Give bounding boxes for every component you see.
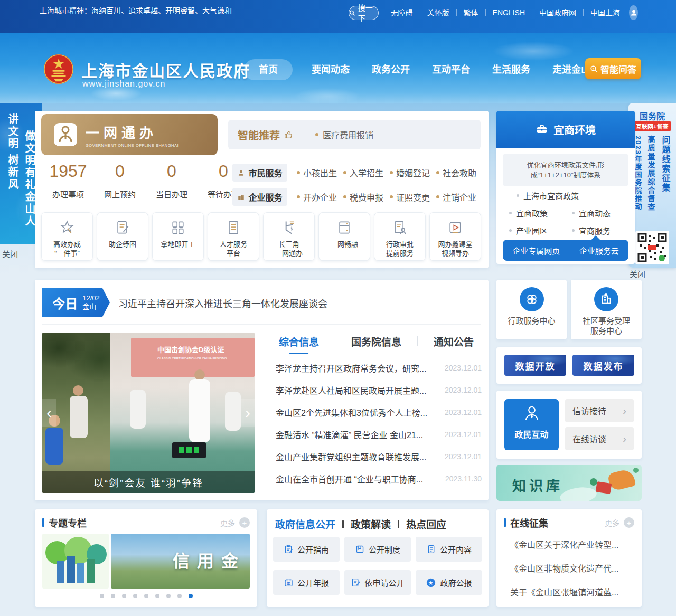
petition-reception-button[interactable]: 信访接待›: [565, 399, 634, 422]
disclosure-content-button[interactable]: 公开内容: [416, 537, 482, 562]
citizen-service-button[interactable]: 市民服务: [232, 164, 287, 182]
pagination-dot[interactable]: [166, 594, 171, 598]
top-utility-bar: 上海城市精神：海纳百川、追求卓越、开明睿智、大气谦和 搜一下 无障碍 关怀版 繁…: [0, 0, 676, 33]
link-social-assistance[interactable]: 社会救助: [436, 166, 476, 179]
smart-qa-label: 智能问答: [600, 62, 636, 75]
link-shanghai-business-policy[interactable]: 上海市宜商政策: [503, 190, 628, 201]
enterprise-cloud-button[interactable]: 企业服务云: [579, 245, 619, 256]
nav-news[interactable]: 要闻动态: [308, 59, 353, 80]
news-item[interactable]: 李泽龙主持召开区政府常务会议，研究...2023.12.01: [276, 357, 482, 379]
link-accessibility[interactable]: 无障碍: [384, 9, 420, 16]
topbar-right: 搜一下 无障碍 关怀版 繁体 ENGLISH 中国政府网 中国上海: [349, 5, 638, 20]
gov-gazette-button[interactable]: ★ 政府公报: [416, 570, 482, 595]
link-english[interactable]: ENGLISH: [485, 9, 532, 16]
nav-home[interactable]: 首页: [244, 59, 293, 80]
right-banner-close[interactable]: 关闭: [630, 268, 645, 279]
card-yangtze-delta[interactable]: 长三角一网通办: [263, 212, 315, 261]
pagination-dot[interactable]: [155, 594, 159, 598]
online-interview-button[interactable]: 在线访谈›: [565, 427, 634, 450]
enterprise-service-button[interactable]: 企业服务: [232, 188, 287, 206]
link-shanghai[interactable]: 中国上海: [583, 9, 627, 16]
link-gov-cn[interactable]: 中国政府网: [532, 9, 583, 16]
search-button[interactable]: 搜一下: [349, 6, 379, 20]
data-open-button[interactable]: 数据开放: [504, 355, 566, 376]
pagination-dot[interactable]: [177, 594, 182, 598]
pagination-dot[interactable]: [100, 594, 104, 598]
collection-more-link[interactable]: 更多: [605, 517, 619, 528]
link-tax-filing[interactable]: 税费申报: [343, 191, 383, 203]
nav-life-services[interactable]: 生活服务: [489, 59, 533, 80]
link-business-services[interactable]: 宜商服务: [566, 225, 628, 236]
plus-icon[interactable]: +: [624, 517, 634, 528]
carousel-prev-button[interactable]: ‹: [42, 399, 56, 427]
annual-report-button[interactable]: 年 公开年报: [273, 570, 340, 595]
pagination-dot[interactable]: [133, 594, 137, 598]
link-deregister-business[interactable]: 注销企业: [436, 191, 476, 203]
collection-item[interactable]: 《金山区关于深化产业转型...: [510, 538, 634, 551]
news-item[interactable]: 金融活水 “精准滴灌” 民营企业 金山21...2023.12.01: [276, 423, 482, 446]
smart-recommendation-box: 智能推荐 医疗费用报销: [228, 120, 481, 149]
pagination-dot[interactable]: [111, 594, 115, 598]
link-business-news[interactable]: 宜商动态: [566, 207, 628, 219]
pagination-dot[interactable]: [144, 594, 148, 598]
tab-state-council-info[interactable]: 国务院信息: [348, 334, 405, 348]
topic-image-credit-jinshan[interactable]: 信用金: [111, 534, 250, 589]
news-item[interactable]: 李泽龙赴区人社局和区民政局开展主题...2023.12.01: [276, 379, 482, 401]
link-child-birth[interactable]: 小孩出生: [297, 166, 337, 179]
knowledge-base-banner[interactable]: 知识库: [496, 465, 642, 501]
link-traditional[interactable]: 繁体: [456, 9, 485, 16]
collection-item[interactable]: 关于《金山区张堰镇河道蓝...: [510, 585, 634, 598]
top-headline[interactable]: 习近平主持召开深入推进长三角一体化发展座谈会: [118, 296, 327, 310]
left-banner-close[interactable]: 关闭: [2, 248, 18, 259]
card-financing[interactable]: 一网畅融: [318, 212, 370, 261]
community-affairs-center-card[interactable]: 社区事务受理服务中心: [571, 280, 642, 339]
topics-more-link[interactable]: 更多: [220, 517, 235, 528]
smart-recommendation-item[interactable]: 医疗费用报销: [315, 128, 373, 141]
tab-general-info[interactable]: 综合信息: [276, 334, 322, 348]
carousel-next-button[interactable]: ›: [241, 399, 255, 427]
card-talent-platform[interactable]: 人才服务平台: [208, 212, 259, 261]
collection-item[interactable]: 《金山区非物质文化遗产代...: [510, 562, 634, 574]
tab-notices[interactable]: 通知公告: [430, 334, 477, 348]
business-environment-header[interactable]: 宜商环境: [496, 111, 635, 148]
card-one-thing[interactable]: 高效办成“一件事”: [41, 212, 93, 261]
nav-gov-affairs[interactable]: 政务公开: [369, 59, 413, 80]
qa-magnifier-icon: ?: [590, 65, 598, 73]
link-marriage-registration[interactable]: 婚姻登记: [390, 166, 430, 179]
enterprise-page-button[interactable]: 企业专属网页: [512, 245, 560, 256]
tab-hot-responses[interactable]: 热点回应: [406, 517, 446, 531]
gov-citizen-interaction-card[interactable]: 政民互动: [504, 399, 559, 450]
card-land-construction[interactable]: 拿地即开工: [152, 212, 204, 261]
disclosure-upon-request-button[interactable]: 依申请公开: [344, 570, 411, 595]
tab-gov-info-disclosure[interactable]: 政府信息公开: [275, 517, 335, 531]
card-pre-approval[interactable]: 行政审批提前服务: [374, 212, 426, 261]
yiwangtongban-banner[interactable]: 一网通办 GOVERNMENT ONLINE-OFFLINE SHANGHAI: [41, 114, 218, 155]
pagination-dot-active[interactable]: [189, 594, 193, 598]
business-policy-description: 优化宜商环境政策文件,形成“1+1+2+10”制度体系: [503, 154, 628, 186]
card-video-guide[interactable]: 网办鑫课堂视频导办: [429, 212, 481, 261]
disclosure-system-button[interactable]: 公开制度: [344, 537, 411, 562]
link-school-enrollment[interactable]: 入学招生: [343, 166, 383, 179]
user-avatar[interactable]: [629, 5, 638, 20]
card-help-enterprise[interactable]: 助企纾困: [97, 212, 148, 261]
link-start-business[interactable]: 开办企业: [297, 191, 337, 203]
disclosure-guide-button[interactable]: 公开指南: [273, 537, 340, 562]
smart-qa-button[interactable]: ? 智能问答: [585, 58, 641, 79]
plus-icon[interactable]: +: [239, 517, 250, 528]
tab-policy-interpretation[interactable]: 政策解读: [351, 517, 391, 531]
news-item[interactable]: 金山在全市首创开通 “企业与职工协商...2023.11.30: [276, 468, 482, 490]
data-publish-button[interactable]: 数据发布: [572, 355, 634, 376]
admin-service-center-card[interactable]: 行政服务中心: [496, 280, 567, 339]
topic-image-green-city[interactable]: [42, 534, 109, 589]
news-item[interactable]: 金山区2个先进集体和3位优秀个人上榜...2023.12.01: [276, 401, 482, 423]
news-item[interactable]: 金山产业集群党组织主题教育联推发展...2023.12.01: [276, 446, 482, 468]
today-jinshan-badge[interactable]: 今日 12/02金山: [42, 288, 110, 317]
pagination-dot[interactable]: [122, 594, 126, 598]
nav-interaction[interactable]: 互动平台: [429, 59, 473, 80]
link-business-policy[interactable]: 宜商政策: [503, 207, 566, 219]
news-carousel[interactable]: 中国击剑协会D级认证 CLASS D CERTIFICATION OF CHIN…: [42, 333, 255, 493]
link-license-change[interactable]: 证照变更: [390, 191, 430, 203]
link-industrial-parks[interactable]: 产业园区: [503, 225, 566, 236]
link-care-version[interactable]: 关怀版: [420, 9, 456, 16]
state-council-banner[interactable]: 国务院 互联网+督查 2023年度国务院推动 高质量发展综合督查 问题线索征集: [628, 103, 676, 268]
